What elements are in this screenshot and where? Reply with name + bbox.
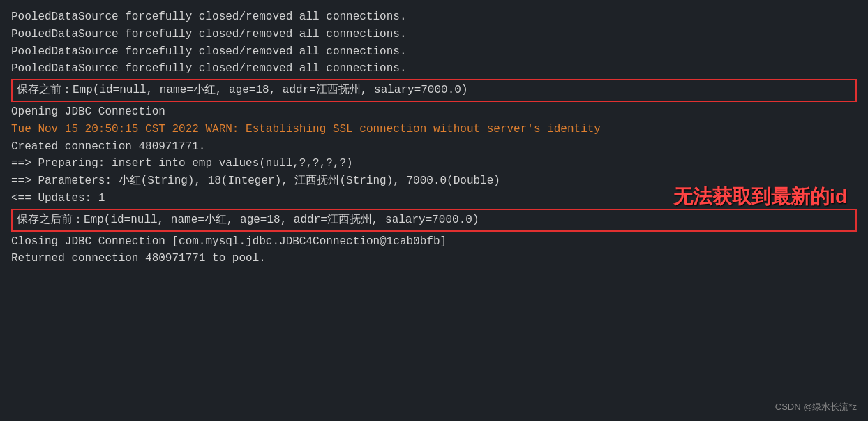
- console-output: PooledDataSource forcefully closed/remov…: [0, 0, 868, 421]
- log-line-6: Opening JDBC Connection: [11, 103, 857, 121]
- log-line-2: PooledDataSource forcefully closed/remov…: [11, 26, 857, 43]
- after-save-box: 保存之后前：Emp(id=null, name=小红, age=18, addr…: [11, 209, 857, 232]
- log-line-1: PooledDataSource forcefully closed/remov…: [11, 8, 857, 26]
- log-line-7-warn: Tue Nov 15 20:50:15 CST 2022 WARN: Estab…: [11, 121, 857, 138]
- log-line-5-highlight: 保存之前：Emp(id=null, name=小红, age=18, addr=…: [11, 77, 857, 103]
- watermark-text: CSDN @绿水长流*z: [775, 400, 857, 414]
- log-line-14: Returned connection 480971771 to pool.: [11, 250, 857, 267]
- log-line-3: PooledDataSource forcefully closed/remov…: [11, 43, 857, 61]
- log-line-9: ==> Preparing: insert into emp values(nu…: [11, 155, 857, 172]
- log-line-8: Created connection 480971771.: [11, 138, 857, 156]
- before-save-box: 保存之前：Emp(id=null, name=小红, age=18, addr=…: [11, 79, 857, 102]
- log-line-4: PooledDataSource forcefully closed/remov…: [11, 60, 857, 77]
- log-line-13: Closing JDBC Connection [com.mysql.jdbc.…: [11, 233, 857, 251]
- annotation-text: 无法获取到最新的id: [673, 182, 847, 212]
